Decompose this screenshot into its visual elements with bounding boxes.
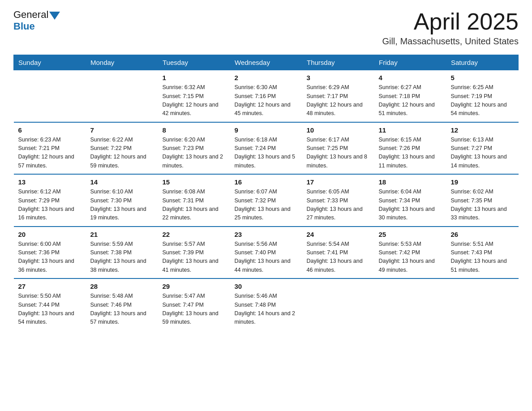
header-thursday: Thursday — [302, 55, 374, 70]
day-info: Sunrise: 6:08 AMSunset: 7:31 PMDaylight:… — [163, 188, 226, 223]
calendar-cell — [302, 278, 374, 330]
day-number: 24 — [307, 231, 370, 238]
calendar-week-row: 6Sunrise: 6:23 AMSunset: 7:21 PMDaylight… — [14, 122, 519, 175]
calendar-cell: 3Sunrise: 6:29 AMSunset: 7:17 PMDaylight… — [302, 70, 374, 122]
day-number: 5 — [451, 74, 514, 81]
day-info: Sunrise: 6:02 AMSunset: 7:35 PMDaylight:… — [451, 188, 514, 223]
day-number: 6 — [18, 126, 82, 134]
day-info: Sunrise: 6:13 AMSunset: 7:27 PMDaylight:… — [451, 136, 514, 171]
day-number: 10 — [307, 126, 370, 134]
day-info: Sunrise: 6:29 AMSunset: 7:17 PMDaylight:… — [307, 83, 370, 118]
calendar-cell: 24Sunrise: 5:54 AMSunset: 7:41 PMDayligh… — [302, 227, 374, 279]
calendar-cell — [446, 278, 519, 330]
calendar-cell: 11Sunrise: 6:15 AMSunset: 7:26 PMDayligh… — [374, 122, 446, 175]
day-number: 8 — [163, 126, 226, 134]
day-info: Sunrise: 6:15 AMSunset: 7:26 PMDaylight:… — [379, 136, 442, 171]
day-number: 15 — [163, 178, 226, 186]
calendar-cell: 15Sunrise: 6:08 AMSunset: 7:31 PMDayligh… — [158, 174, 230, 227]
calendar-cell: 28Sunrise: 5:48 AMSunset: 7:46 PMDayligh… — [86, 278, 158, 330]
calendar-cell: 5Sunrise: 6:25 AMSunset: 7:19 PMDaylight… — [446, 70, 519, 122]
calendar-cell: 14Sunrise: 6:10 AMSunset: 7:30 PMDayligh… — [86, 174, 158, 227]
day-number: 2 — [235, 74, 298, 81]
logo-top-row: General — [13, 9, 60, 21]
day-info: Sunrise: 6:17 AMSunset: 7:25 PMDaylight:… — [307, 136, 370, 171]
day-number: 23 — [235, 231, 298, 238]
header-monday: Monday — [86, 55, 158, 70]
day-number: 13 — [18, 178, 82, 186]
day-info: Sunrise: 6:30 AMSunset: 7:16 PMDaylight:… — [235, 83, 298, 118]
calendar-cell: 10Sunrise: 6:17 AMSunset: 7:25 PMDayligh… — [302, 122, 374, 175]
day-number: 17 — [307, 178, 370, 186]
day-info: Sunrise: 5:59 AMSunset: 7:38 PMDaylight:… — [90, 240, 154, 275]
calendar-cell: 19Sunrise: 6:02 AMSunset: 7:35 PMDayligh… — [446, 174, 519, 227]
day-number: 9 — [235, 126, 298, 134]
calendar-cell: 9Sunrise: 6:18 AMSunset: 7:24 PMDaylight… — [230, 122, 302, 175]
day-number: 26 — [451, 231, 514, 238]
header-saturday: Saturday — [446, 55, 519, 70]
page-header: General Blue April 2025 Gill, Massachuse… — [13, 9, 519, 47]
day-number: 11 — [379, 126, 442, 134]
day-number: 29 — [163, 283, 226, 290]
calendar-cell: 4Sunrise: 6:27 AMSunset: 7:18 PMDaylight… — [374, 70, 446, 122]
day-info: Sunrise: 5:48 AMSunset: 7:46 PMDaylight:… — [90, 292, 154, 327]
day-info: Sunrise: 6:32 AMSunset: 7:15 PMDaylight:… — [163, 83, 226, 118]
day-info: Sunrise: 6:07 AMSunset: 7:32 PMDaylight:… — [235, 188, 298, 223]
day-number: 18 — [379, 178, 442, 186]
day-info: Sunrise: 6:20 AMSunset: 7:23 PMDaylight:… — [163, 136, 226, 171]
day-info: Sunrise: 6:10 AMSunset: 7:30 PMDaylight:… — [90, 188, 154, 223]
calendar-cell: 22Sunrise: 5:57 AMSunset: 7:39 PMDayligh… — [158, 227, 230, 279]
calendar-cell: 30Sunrise: 5:46 AMSunset: 7:48 PMDayligh… — [230, 278, 302, 330]
day-number: 21 — [90, 231, 154, 238]
logo-combined: General Blue — [13, 9, 60, 32]
calendar-cell: 18Sunrise: 6:04 AMSunset: 7:34 PMDayligh… — [374, 174, 446, 227]
day-info: Sunrise: 6:25 AMSunset: 7:19 PMDaylight:… — [451, 83, 514, 118]
header-friday: Friday — [374, 55, 446, 70]
logo: General Blue — [13, 9, 60, 32]
day-number: 20 — [18, 231, 82, 238]
day-info: Sunrise: 5:51 AMSunset: 7:43 PMDaylight:… — [451, 240, 514, 275]
logo-text-blue: Blue — [13, 21, 35, 32]
day-number: 3 — [307, 74, 370, 81]
day-number: 25 — [379, 231, 442, 238]
calendar-cell: 26Sunrise: 5:51 AMSunset: 7:43 PMDayligh… — [446, 227, 519, 279]
day-info: Sunrise: 6:12 AMSunset: 7:29 PMDaylight:… — [18, 188, 82, 223]
logo-text-general: General — [13, 9, 48, 21]
day-info: Sunrise: 5:54 AMSunset: 7:41 PMDaylight:… — [307, 240, 370, 275]
calendar-cell: 12Sunrise: 6:13 AMSunset: 7:27 PMDayligh… — [446, 122, 519, 175]
day-number: 19 — [451, 178, 514, 186]
day-number: 16 — [235, 178, 298, 186]
day-number: 12 — [451, 126, 514, 134]
day-number: 7 — [90, 126, 154, 134]
day-info: Sunrise: 6:22 AMSunset: 7:22 PMDaylight:… — [90, 136, 154, 171]
calendar-cell — [14, 70, 86, 122]
calendar-table: Sunday Monday Tuesday Wednesday Thursday… — [13, 55, 519, 330]
calendar-cell: 16Sunrise: 6:07 AMSunset: 7:32 PMDayligh… — [230, 174, 302, 227]
calendar-cell: 23Sunrise: 5:56 AMSunset: 7:40 PMDayligh… — [230, 227, 302, 279]
day-info: Sunrise: 5:46 AMSunset: 7:48 PMDaylight:… — [235, 292, 298, 327]
calendar-week-row: 13Sunrise: 6:12 AMSunset: 7:29 PMDayligh… — [14, 174, 519, 227]
day-info: Sunrise: 6:27 AMSunset: 7:18 PMDaylight:… — [379, 83, 442, 118]
calendar-cell: 1Sunrise: 6:32 AMSunset: 7:15 PMDaylight… — [158, 70, 230, 122]
calendar-cell: 21Sunrise: 5:59 AMSunset: 7:38 PMDayligh… — [86, 227, 158, 279]
calendar-cell: 29Sunrise: 5:47 AMSunset: 7:47 PMDayligh… — [158, 278, 230, 330]
calendar-cell: 20Sunrise: 6:00 AMSunset: 7:36 PMDayligh… — [14, 227, 86, 279]
header-sunday: Sunday — [14, 55, 86, 70]
day-info: Sunrise: 6:05 AMSunset: 7:33 PMDaylight:… — [307, 188, 370, 223]
calendar-cell: 6Sunrise: 6:23 AMSunset: 7:21 PMDaylight… — [14, 122, 86, 175]
calendar-cell: 13Sunrise: 6:12 AMSunset: 7:29 PMDayligh… — [14, 174, 86, 227]
day-info: Sunrise: 5:56 AMSunset: 7:40 PMDaylight:… — [235, 240, 298, 275]
day-number: 30 — [235, 283, 298, 290]
header-wednesday: Wednesday — [230, 55, 302, 70]
calendar-cell: 27Sunrise: 5:50 AMSunset: 7:44 PMDayligh… — [14, 278, 86, 330]
calendar-week-row: 20Sunrise: 6:00 AMSunset: 7:36 PMDayligh… — [14, 227, 519, 279]
weekday-header-row: Sunday Monday Tuesday Wednesday Thursday… — [14, 55, 519, 70]
day-number: 1 — [163, 74, 226, 81]
calendar-cell: 2Sunrise: 6:30 AMSunset: 7:16 PMDaylight… — [230, 70, 302, 122]
calendar-cell: 25Sunrise: 5:53 AMSunset: 7:42 PMDayligh… — [374, 227, 446, 279]
day-number: 22 — [163, 231, 226, 238]
day-info: Sunrise: 6:23 AMSunset: 7:21 PMDaylight:… — [18, 136, 82, 171]
calendar-cell: 17Sunrise: 6:05 AMSunset: 7:33 PMDayligh… — [302, 174, 374, 227]
day-info: Sunrise: 5:57 AMSunset: 7:39 PMDaylight:… — [163, 240, 226, 275]
day-info: Sunrise: 5:53 AMSunset: 7:42 PMDaylight:… — [379, 240, 442, 275]
header-tuesday: Tuesday — [158, 55, 230, 70]
